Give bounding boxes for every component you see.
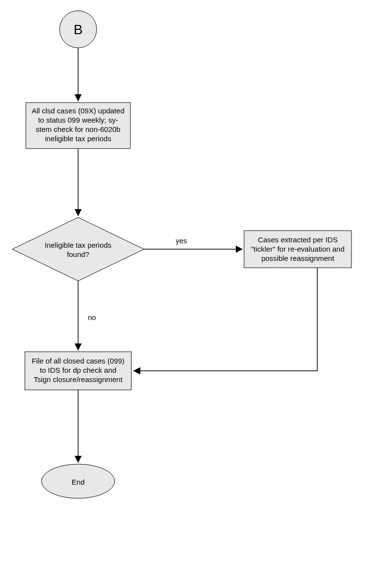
- process-tickler: Cases extracted per IDS "tickler" for re…: [244, 231, 351, 268]
- svg-marker-9: [12, 217, 144, 281]
- terminator-end: End: [41, 464, 115, 498]
- connector-label: B: [74, 22, 83, 37]
- svg-text:found?: found?: [67, 250, 89, 258]
- svg-text:to IDS for dp check and: to IDS for dp check and: [40, 366, 117, 374]
- decision-ineligible-found: Ineligible tax periods found?: [12, 217, 144, 281]
- svg-text:stem check for non-6020b: stem check for non-6020b: [36, 125, 120, 133]
- svg-text:Ineligible tax periods: Ineligible tax periods: [45, 241, 112, 249]
- process-update-099: All clsd cases (09X) updated to status 0…: [26, 103, 130, 149]
- connector-b: B: [60, 11, 97, 48]
- svg-text:"tickler" for re-evaluation an: "tickler" for re-evaluation and: [251, 245, 345, 253]
- terminator-label: End: [72, 478, 85, 486]
- edge-label-no: no: [88, 313, 96, 321]
- process-file-to-ids: File of all closed cases (099) to IDS fo…: [25, 352, 131, 390]
- edge-label-yes: yes: [176, 236, 187, 245]
- edge-tickler-to-p2: [134, 268, 317, 371]
- svg-text:File of all closed cases (099): File of all closed cases (099): [32, 357, 124, 365]
- svg-text:to status 099 weekly; sy-: to status 099 weekly; sy-: [38, 116, 118, 124]
- svg-text:ineligible tax periods: ineligible tax periods: [45, 134, 111, 143]
- svg-text:Cases extracted per IDS: Cases extracted per IDS: [258, 235, 337, 244]
- svg-text:All clsd cases (09X) updated: All clsd cases (09X) updated: [32, 107, 124, 115]
- svg-text:possible reassignment: possible reassignment: [261, 254, 334, 262]
- svg-text:Tsign closure/reassignment: Tsign closure/reassignment: [34, 375, 123, 384]
- flowchart-canvas: B All clsd cases (09X) updated to status…: [0, 0, 392, 577]
